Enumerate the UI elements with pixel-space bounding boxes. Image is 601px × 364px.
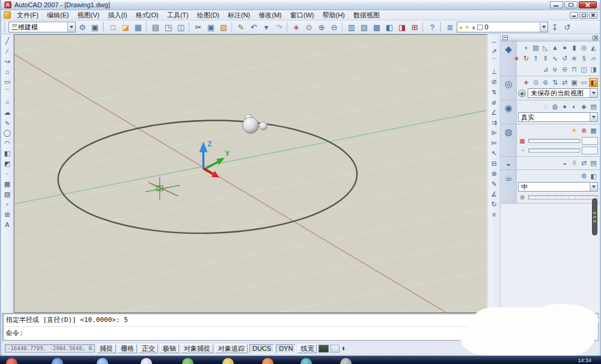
status-menu-arrow-icon[interactable]: ▲▼ <box>341 346 345 351</box>
dashboard-close-icon[interactable] <box>593 35 598 40</box>
hatch-icon[interactable]: ▦ <box>2 179 12 189</box>
geographic-location-icon[interactable]: ▦ <box>589 126 598 135</box>
sun-properties-icon[interactable]: ⊗ <box>579 126 588 135</box>
layer-previous-icon[interactable]: ↺ <box>561 21 573 33</box>
sweep-icon[interactable]: ∿ <box>551 54 560 63</box>
menu-tools[interactable]: 工具(T) <box>163 11 193 19</box>
revision-cloud-icon[interactable]: ☁ <box>2 108 12 117</box>
designcenter-icon[interactable]: ▨ <box>358 21 370 33</box>
toggle-lineweight[interactable]: 线宽 <box>297 344 317 353</box>
render-panel-icon[interactable]: ☕ <box>501 170 517 203</box>
camera-icon[interactable]: ▣ <box>570 78 579 87</box>
taskbar-app-icon[interactable] <box>182 358 194 364</box>
dimension-style-icon[interactable]: ≡ <box>489 210 499 219</box>
radius-dimension-icon[interactable]: ⊘ <box>489 77 499 86</box>
sheet-set-manager-icon[interactable]: ◧ <box>383 21 395 33</box>
ellipse-icon[interactable]: ◯ <box>2 128 12 138</box>
pan-realtime-icon[interactable]: ∗ <box>290 21 302 33</box>
walk-icon[interactable]: ⇄ <box>560 78 569 87</box>
3d-hidden-style-icon[interactable]: ● <box>560 102 569 111</box>
ordinate-dimension-icon[interactable]: ⊥ <box>489 67 499 76</box>
qnew-icon[interactable]: □ <box>107 21 119 33</box>
material-mapping-icon[interactable]: ◊ <box>570 159 579 168</box>
properties-icon[interactable]: ▥ <box>346 21 358 33</box>
convert-to-solid-icon[interactable]: ⊿ <box>541 65 550 74</box>
circle-icon[interactable]: ○ <box>2 97 12 107</box>
render-presets-icon[interactable]: ⚙ <box>579 172 588 181</box>
match-properties-icon[interactable]: ✎ <box>235 21 247 33</box>
undo-dropdown-icon[interactable]: ▾ <box>260 21 272 33</box>
visual-style-dropdown[interactable]: 真实 <box>518 112 598 122</box>
taskbar-app-icon[interactable] <box>52 358 63 364</box>
construction-line-icon[interactable]: ∕ <box>2 46 12 56</box>
menu-draw[interactable]: 绘图(D) <box>193 11 224 19</box>
2d-wireframe-style-icon[interactable]: ◌ <box>541 102 550 111</box>
extrude-icon[interactable]: ⇑ <box>531 54 540 63</box>
polygon-icon[interactable]: ⌂ <box>2 67 12 76</box>
help-icon[interactable]: ? <box>426 21 438 33</box>
3d-navigate-panel-icon[interactable]: ◎ <box>501 76 517 100</box>
arc-icon[interactable]: ⌒ <box>2 87 12 97</box>
menu-help[interactable]: 帮助(H) <box>319 11 349 19</box>
polysolid-icon[interactable]: ◗ <box>522 43 531 52</box>
3d-rotate-icon[interactable]: ↻ <box>522 54 531 63</box>
{name}-icon[interactable] <box>231 22 233 32</box>
chevron-down-icon[interactable] <box>590 89 597 97</box>
plot-icon[interactable]: ▤ <box>150 21 162 33</box>
tool-palettes-icon[interactable]: ▩ <box>371 21 383 33</box>
undo-icon[interactable]: ↶ <box>248 21 260 33</box>
ellipse-arc-icon[interactable]: ◠ <box>2 138 12 148</box>
menu-insert[interactable]: 插入(I) <box>103 11 131 19</box>
jogged-dimension-icon[interactable]: ↯ <box>489 87 499 97</box>
sphere-icon[interactable]: ● <box>560 43 569 52</box>
drawing-viewport[interactable]: Z Y <box>14 34 487 313</box>
dimension-update-icon[interactable]: ↻ <box>489 199 499 209</box>
linear-dimension-icon[interactable]: ↔ <box>489 36 499 46</box>
menu-file[interactable]: 文件(F) <box>13 11 43 19</box>
insert-block-icon[interactable]: ◧ <box>2 148 12 158</box>
adjust-distance-icon[interactable]: ⇅ <box>551 78 560 87</box>
dimension-text-edit-icon[interactable]: ∡ <box>489 189 499 199</box>
{name}-icon[interactable] <box>342 22 344 32</box>
multiline-text-icon[interactable]: A <box>2 220 12 229</box>
intersect-icon[interactable]: ⊓ <box>570 65 579 74</box>
menu-view[interactable]: 视图(V) <box>73 11 104 19</box>
named-views-icon[interactable]: ◉ <box>518 89 526 97</box>
center-mark-icon[interactable]: ⊕ <box>489 169 499 178</box>
layer-properties-manager-icon[interactable]: ≣ <box>444 21 456 33</box>
cone-icon[interactable]: ▲ <box>551 43 560 52</box>
doc-minimize-button[interactable] <box>570 12 578 19</box>
sun-date-value[interactable] <box>582 137 598 145</box>
helix-icon[interactable]: § <box>579 54 588 63</box>
menu-format[interactable]: 格式(O) <box>132 11 163 19</box>
menu-dimension[interactable]: 标注(N) <box>224 11 254 19</box>
quick-leader-icon[interactable]: ↖ <box>489 148 499 158</box>
render-cancel-icon[interactable]: ⊗ <box>518 193 526 201</box>
box-icon[interactable]: ▧ <box>531 43 540 52</box>
save-icon[interactable]: ▦ <box>132 21 144 33</box>
free-orbit-icon[interactable]: ⊙ <box>531 78 540 87</box>
open-icon[interactable]: ◪ <box>120 21 132 33</box>
zoom-window-icon[interactable]: ⊕ <box>316 21 328 33</box>
aligned-dimension-icon[interactable]: ⇗ <box>489 46 499 56</box>
planar-surface-icon[interactable]: ▱ <box>589 54 598 63</box>
markup-set-manager-icon[interactable]: ◨ <box>396 21 408 33</box>
chevron-down-icon[interactable] <box>590 183 597 191</box>
{name}-icon[interactable] <box>146 22 148 32</box>
toggle-snap[interactable]: 捕捉 <box>97 344 116 353</box>
render-icon[interactable]: ◧ <box>589 172 598 181</box>
view-dropdown[interactable]: 未保存的当前视图 <box>528 88 598 98</box>
chevron-down-icon[interactable] <box>540 22 548 32</box>
constrained-orbit-icon[interactable]: ∗ <box>522 78 531 87</box>
realistic-style-icon[interactable]: ◐ <box>570 102 579 111</box>
taskbar-app-icon[interactable] <box>300 358 312 364</box>
toggle-ortho[interactable]: 正交 <box>139 344 158 353</box>
presspull-icon[interactable]: ⇕ <box>541 54 550 63</box>
doc-close-button[interactable] <box>589 12 597 19</box>
close-button[interactable] <box>579 1 597 8</box>
subtract-icon[interactable]: ⊖ <box>560 65 569 74</box>
sun-time-slider[interactable] <box>528 148 580 153</box>
{name}-icon[interactable] <box>189 22 191 32</box>
conceptual-style-icon[interactable]: ◈ <box>579 102 588 111</box>
clean-screen-icon[interactable] <box>331 345 340 353</box>
